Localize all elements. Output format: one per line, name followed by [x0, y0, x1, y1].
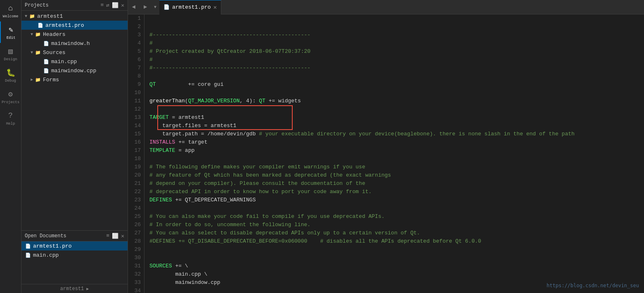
tab-label: armtest1.pro	[172, 4, 211, 10]
editor-content: 1234567891011121314151617181920212223242…	[128, 14, 644, 293]
edit-label: Edit	[7, 36, 16, 40]
open-docs-header-icons: ≡ ⬜ ✕	[106, 233, 124, 239]
tab-file-icon: 📄	[163, 4, 170, 10]
tree-item-mainwindow-cpp[interactable]: 📄 mainwindow.cpp	[21, 66, 128, 75]
code-line-13: target.path = /home/devin/gdb # your exe…	[149, 130, 644, 138]
line-num-15: 15	[128, 130, 141, 138]
tab-forward-button[interactable]: ►	[140, 0, 151, 14]
tab-bar: ◄ ► ▼ 📄 armtest1.pro ✕	[128, 0, 644, 14]
code-line-21: DEFINES += QT_DEPRECATED_WARNINGS	[149, 196, 644, 204]
open-docs-filter-icon[interactable]: ≡	[106, 233, 109, 239]
line-num-7: 7	[128, 64, 141, 72]
tree-label-main-cpp: main.cpp	[51, 59, 77, 65]
sidebar-item-debug[interactable]: 🐛 Debug	[0, 64, 21, 86]
code-line-25: # You can also select to disable depreca…	[149, 229, 644, 237]
open-docs-expand-icon[interactable]: ⬜	[112, 233, 118, 239]
code-line-12: target.files = armtest1	[149, 122, 644, 130]
code-line-26: #DEFINES += QT_DISABLE_DEPRECATED_BEFORE…	[149, 237, 644, 246]
line-num-3: 3	[128, 31, 141, 39]
code-line-7: QT += core gui	[149, 80, 644, 89]
line-num-8: 8	[128, 72, 141, 80]
tree-arrow-headers: ▼	[29, 31, 35, 37]
line-num-22: 22	[128, 188, 141, 196]
tree-item-forms[interactable]: ► 📁 Forms	[21, 75, 128, 84]
design-icon: ▧	[6, 46, 16, 56]
line-num-20: 20	[128, 171, 141, 180]
open-doc-maincpp[interactable]: 📄 main.cpp	[21, 250, 128, 260]
tree-item-sources[interactable]: ▼ 📁 Sources	[21, 48, 128, 57]
tree-label-sources: Sources	[43, 50, 66, 56]
code-line-23: # You can also make your code fail to co…	[149, 213, 644, 221]
sidebar-item-help[interactable]: ? Help	[0, 107, 21, 129]
line-num-13: 13	[128, 113, 141, 122]
line-num-24: 24	[128, 204, 141, 213]
tree-arrow-spacer2	[37, 40, 43, 46]
line-num-31: 31	[128, 262, 141, 270]
editor-area: ◄ ► ▼ 📄 armtest1.pro ✕ 12345678910111213…	[128, 0, 644, 293]
code-content[interactable]: #---------------------------------------…	[144, 14, 644, 293]
welcome-icon: ⌂	[6, 3, 16, 13]
tree-arrow: ▼	[23, 13, 29, 19]
code-line-19: # depend on your compiler). Please consu…	[149, 180, 644, 188]
tab-back-button[interactable]: ◄	[128, 0, 140, 14]
line-num-10: 10	[128, 89, 141, 97]
code-line-24: # In order to do so, uncomment the follo…	[149, 221, 644, 229]
open-documents-panel: Open Documents ≡ ⬜ ✕ 📄 armtest1.pro 📄 ma…	[21, 230, 128, 284]
tree-item-mainwindow-h[interactable]: 📄 mainwindow.h	[21, 39, 128, 48]
panel-close-icon[interactable]: ✕	[121, 2, 124, 9]
panel-sync-icon[interactable]: ⇄	[106, 2, 109, 9]
sidebar-item-edit[interactable]: ✎ Edit	[0, 21, 21, 43]
tab-history-button[interactable]: ▼	[151, 0, 159, 14]
forms-folder-icon: 📁	[35, 76, 41, 83]
code-line-17: # The following define makes your compil…	[149, 163, 644, 171]
line-num-19: 19	[128, 163, 141, 171]
projects-panel-header: Projects ≡ ⇄ ⬜ ✕	[21, 0, 128, 11]
code-line-1: #---------------------------------------…	[149, 31, 644, 39]
tab-armtest1pro[interactable]: 📄 armtest1.pro ✕	[159, 0, 221, 14]
code-line-9: greaterThan(QT_MAJOR_VERSION, 4): QT += …	[149, 97, 644, 105]
line-num-9: 9	[128, 80, 141, 89]
edit-icon: ✎	[6, 25, 16, 35]
code-line-5: #---------------------------------------…	[149, 64, 644, 72]
line-numbers: 1234567891011121314151617181920212223242…	[128, 14, 144, 293]
projects-panel: Projects ≡ ⇄ ⬜ ✕ ▼ 📁 armtest1 📄 armtest1…	[21, 0, 128, 230]
line-num-16: 16	[128, 138, 141, 146]
line-num-14: 14	[128, 122, 141, 130]
tree-item-headers[interactable]: ▼ 📁 Headers	[21, 30, 128, 39]
projects-panel-icons: ≡ ⇄ ⬜ ✕	[101, 2, 124, 9]
headers-folder-icon: 📁	[35, 31, 41, 38]
bottom-label[interactable]: armtest1 ▶	[21, 284, 128, 293]
line-num-26: 26	[128, 221, 141, 229]
tree-label-headers: Headers	[43, 31, 66, 38]
help-icon: ?	[6, 111, 16, 121]
panel-filter-icon[interactable]: ≡	[101, 2, 104, 9]
tree-arrow-forms: ►	[29, 77, 35, 83]
line-num-11: 11	[128, 97, 141, 105]
code-line-20: # deprecated API in order to know how to…	[149, 188, 644, 196]
projects-icon: ⚙	[6, 89, 16, 99]
design-label: Design	[4, 57, 17, 61]
open-docs-title: Open Documents	[25, 233, 66, 239]
line-num-25: 25	[128, 213, 141, 221]
line-num-12: 12	[128, 105, 141, 113]
open-doc-armtest1pro[interactable]: 📄 armtest1.pro	[21, 241, 128, 250]
tree-item-armtest1pro[interactable]: 📄 armtest1.pro	[21, 21, 128, 30]
tree-item-main-cpp[interactable]: 📄 main.cpp	[21, 57, 128, 66]
tree-item-armtest1[interactable]: ▼ 📁 armtest1	[21, 12, 128, 21]
open-doc-label2: main.cpp	[33, 252, 59, 258]
sidebar-item-welcome[interactable]: ⌂ Welcome	[0, 0, 21, 21]
open-doc-cpp-icon: 📄	[25, 252, 31, 258]
welcome-label: Welcome	[3, 14, 19, 19]
debug-icon: 🐛	[6, 68, 16, 78]
tree-label-armtest1pro: armtest1.pro	[45, 22, 84, 28]
pro-file-icon: 📄	[37, 22, 44, 28]
line-num-1: 1	[128, 14, 141, 23]
line-num-21: 21	[128, 180, 141, 188]
tab-close-button[interactable]: ✕	[213, 4, 217, 11]
sidebar-item-projects[interactable]: ⚙ Projects	[0, 86, 21, 107]
sidebar-item-design[interactable]: ▧ Design	[0, 43, 21, 64]
open-docs-close-icon[interactable]: ✕	[121, 233, 124, 239]
watermark: https://blog.csdn.net/devin_seu	[547, 281, 639, 290]
panel-expand-icon[interactable]: ⬜	[112, 2, 118, 9]
line-num-27: 27	[128, 229, 141, 237]
